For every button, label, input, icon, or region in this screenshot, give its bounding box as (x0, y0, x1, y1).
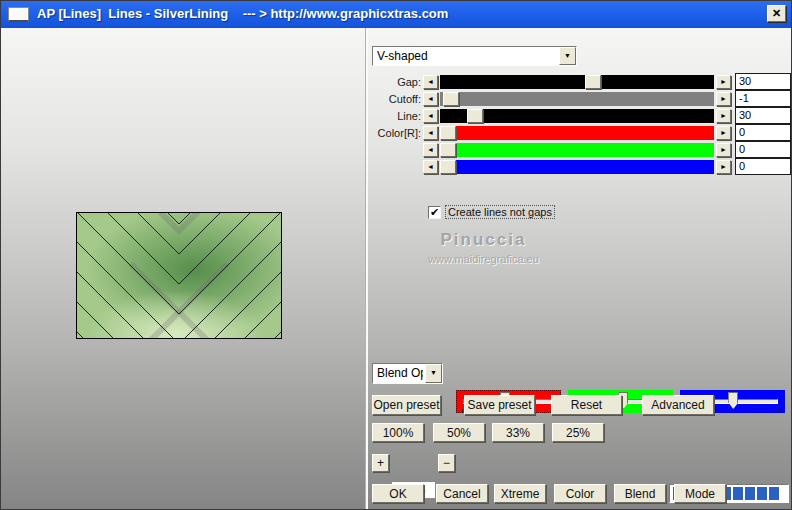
arrow-right-icon[interactable]: ► (716, 143, 731, 157)
arrow-right-icon[interactable]: ► (716, 126, 731, 140)
advanced-button[interactable]: Advanced (642, 395, 714, 415)
slider-thumb[interactable] (440, 143, 456, 157)
slider-thumb[interactable] (467, 109, 483, 123)
arrow-right-icon[interactable]: ► (716, 160, 731, 174)
slider-value-field[interactable]: 0 (735, 141, 791, 158)
color-button[interactable]: Color (554, 484, 606, 503)
open-preset-button[interactable]: Open preset (372, 395, 441, 415)
tick-mark (462, 409, 463, 412)
slider-value-field[interactable]: 30 (735, 73, 791, 90)
xtreme-button[interactable]: Xtreme (494, 484, 546, 503)
zoom-25-button[interactable]: 25% (552, 423, 604, 442)
progress-segment (757, 487, 767, 500)
arrow-left-icon[interactable]: ◄ (423, 109, 438, 123)
close-button[interactable]: ✕ (767, 5, 786, 22)
reset-button[interactable]: Reset (551, 395, 622, 415)
slider-row-line: Line: ◄ ► 30 (369, 109, 792, 124)
progress-segment (769, 487, 779, 500)
slider-pointer[interactable] (728, 392, 738, 409)
title-bar: AP [Lines] Lines - SilverLining --- > ht… (1, 1, 791, 28)
chevron-down-icon[interactable]: ▼ (559, 47, 576, 65)
slider-track[interactable] (440, 126, 714, 140)
zoom-100-button[interactable]: 100% (372, 423, 424, 442)
slider-row-cutoff: Cutoff: ◄ ► -1 (369, 92, 792, 107)
panel-divider (366, 28, 368, 509)
slider-thumb[interactable] (443, 92, 459, 106)
cancel-button[interactable]: Cancel (436, 484, 488, 503)
slider-row-color-b: ◄ ► 0 (369, 160, 792, 175)
slider-label: Color[R]: (369, 127, 421, 139)
slider-track[interactable] (440, 75, 714, 89)
arrow-right-icon[interactable]: ► (716, 75, 731, 89)
app-icon (8, 7, 29, 22)
slider-value-field[interactable]: 30 (735, 107, 791, 124)
create-lines-checkbox[interactable]: ✔ (428, 206, 441, 219)
blend-options-select[interactable]: Blend Opti ▼ (372, 363, 443, 384)
slider-track[interactable] (440, 109, 714, 123)
slider-thumb[interactable] (440, 160, 456, 174)
zoom-out-button[interactable]: − (438, 454, 455, 472)
arrow-right-icon[interactable]: ► (716, 109, 731, 123)
create-lines-checkbox-label[interactable]: Create lines not gaps (445, 205, 555, 219)
slider-label: Gap: (369, 76, 421, 88)
preview-image (76, 212, 282, 339)
slider-track[interactable] (440, 143, 714, 157)
slider-thumb[interactable] (440, 126, 456, 140)
close-icon: ✕ (772, 7, 781, 19)
arrow-left-icon[interactable]: ◄ (423, 160, 438, 174)
chevron-down-icon[interactable]: ▼ (425, 364, 442, 383)
window-title: AP [Lines] Lines - SilverLining --- > ht… (37, 6, 448, 21)
arrow-left-icon[interactable]: ◄ (423, 143, 438, 157)
slider-value-field[interactable]: -1 (735, 90, 791, 107)
blend-button[interactable]: Blend (614, 484, 666, 503)
check-icon: ✔ (430, 206, 439, 218)
watermark-url: www.maidiregrafica.eu (396, 253, 571, 265)
slider-label: Cutoff: (369, 93, 421, 105)
mode-button[interactable]: Mode (674, 484, 726, 503)
slider-value-field[interactable]: 0 (735, 158, 791, 175)
slider-track[interactable] (440, 160, 714, 174)
dialog-body: Pinuccia www.maidiregrafica.eu V-shaped … (1, 28, 791, 509)
slider-row-color-g: ◄ ► 0 (369, 143, 792, 158)
arrow-left-icon[interactable]: ◄ (423, 75, 438, 89)
shape-select[interactable]: V-shaped ▼ (372, 46, 577, 66)
zoom-in-button[interactable]: + (372, 454, 389, 472)
slider-thumb[interactable] (585, 75, 601, 89)
slider-track[interactable] (440, 92, 714, 106)
slider-row-color-r: Color[R]: ◄ ► 0 (369, 126, 792, 141)
arrow-left-icon[interactable]: ◄ (423, 126, 438, 140)
slider-row-gap: Gap: ◄ ► 30 (369, 75, 792, 90)
minus-icon: − (443, 456, 450, 470)
slider-label: Line: (369, 110, 421, 122)
shape-select-value: V-shaped (377, 49, 557, 63)
plugin-dialog-window: AP [Lines] Lines - SilverLining --- > ht… (0, 0, 792, 510)
zoom-50-button[interactable]: 50% (433, 423, 485, 442)
blend-options-value: Blend Opti (377, 366, 423, 380)
progress-segment (745, 487, 755, 500)
save-preset-button[interactable]: Save preset (464, 395, 535, 415)
progress-segment (733, 487, 743, 500)
slider-value-field[interactable]: 0 (735, 124, 791, 141)
arrow-left-icon[interactable]: ◄ (423, 92, 438, 106)
ok-button[interactable]: OK (372, 484, 424, 503)
tick-mark (778, 409, 779, 412)
plus-icon: + (377, 456, 384, 470)
watermark-name: Pinuccia (396, 230, 571, 250)
zoom-33-button[interactable]: 33% (492, 423, 544, 442)
arrow-right-icon[interactable]: ► (716, 92, 731, 106)
